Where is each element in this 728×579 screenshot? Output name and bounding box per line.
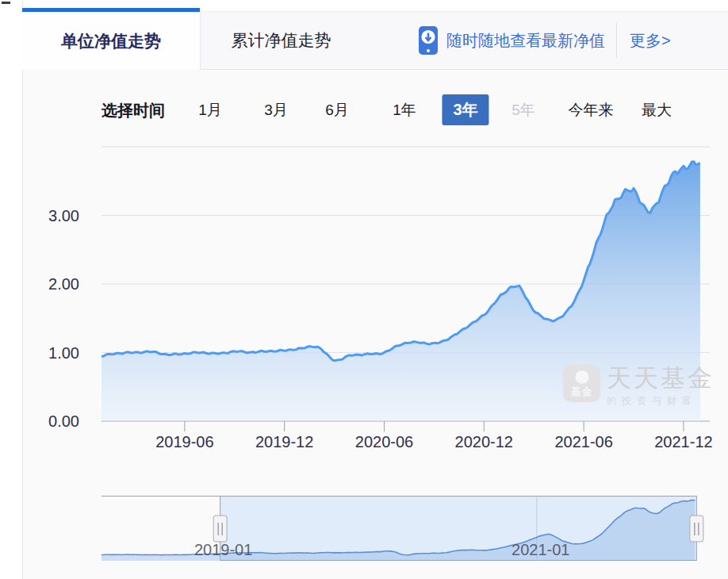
x-axis-label: 2021-06 (554, 433, 612, 451)
x-axis-label: 2019-12 (255, 433, 313, 451)
nav-handle-right[interactable] (690, 516, 703, 542)
x-axis-label: 2020-12 (455, 433, 513, 451)
navigator-axis-label: 2019-01 (194, 541, 252, 558)
x-axis-label: 2021-12 (654, 433, 712, 451)
y-axis-label: 3.00 (48, 207, 79, 224)
y-axis-label: 0.00 (48, 412, 79, 430)
y-axis-label: 2.00 (48, 275, 79, 293)
chart-canvas[interactable]: 0.001.002.003.002019-062019-122020-06202… (0, 0, 728, 579)
x-axis-label: 2019-06 (155, 433, 213, 451)
navigator-axis-label: 2021-01 (512, 541, 569, 558)
fund-net-value-panel: 累计净值走势 随时随地查看最新净值 更多> 单位净值走势 选择时间 1月3月6月… (0, 0, 728, 579)
nav-handle-left[interactable] (213, 516, 227, 542)
x-axis-label: 2020-06 (355, 433, 413, 451)
net-value-area (102, 162, 700, 421)
y-axis-label: 1.00 (48, 344, 79, 362)
